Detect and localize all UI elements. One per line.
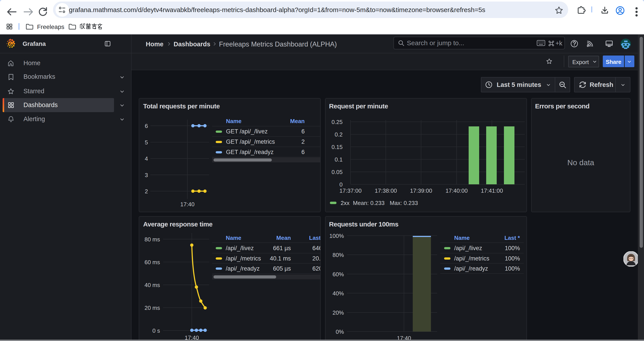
svg-text:100%: 100%	[330, 233, 344, 239]
svg-text:0.2: 0.2	[335, 131, 342, 138]
svg-text:17:37:00: 17:37:00	[339, 187, 362, 194]
svg-text:0.15: 0.15	[332, 144, 342, 150]
svg-text:60%: 60%	[332, 271, 344, 278]
svg-text:6: 6	[145, 123, 148, 129]
svg-text:40%: 40%	[332, 290, 344, 297]
svg-text:17:39:00: 17:39:00	[410, 187, 432, 194]
svg-text:17:38:00: 17:38:00	[374, 187, 397, 194]
svg-text:0.25: 0.25	[332, 119, 342, 125]
svg-text:20%: 20%	[332, 309, 344, 316]
svg-text:80%: 80%	[332, 252, 344, 258]
svg-text:0: 0	[340, 181, 342, 188]
svg-text:40 ms: 40 ms	[144, 282, 160, 288]
svg-text:0 s: 0 s	[152, 327, 160, 334]
svg-text:3: 3	[145, 172, 148, 178]
svg-text:17:40: 17:40	[180, 201, 194, 208]
svg-text:20 ms: 20 ms	[144, 304, 160, 311]
svg-text:80 ms: 80 ms	[144, 236, 160, 243]
svg-text:4: 4	[145, 155, 148, 162]
svg-text:0%: 0%	[336, 328, 344, 335]
svg-text:2: 2	[145, 188, 148, 195]
svg-text:17:40:00: 17:40:00	[446, 187, 468, 194]
svg-text:0.1: 0.1	[335, 156, 342, 163]
svg-text:0.05: 0.05	[332, 169, 342, 175]
svg-text:60 ms: 60 ms	[144, 259, 160, 265]
svg-text:17:41:00: 17:41:00	[481, 187, 503, 194]
svg-text:5: 5	[145, 139, 148, 146]
